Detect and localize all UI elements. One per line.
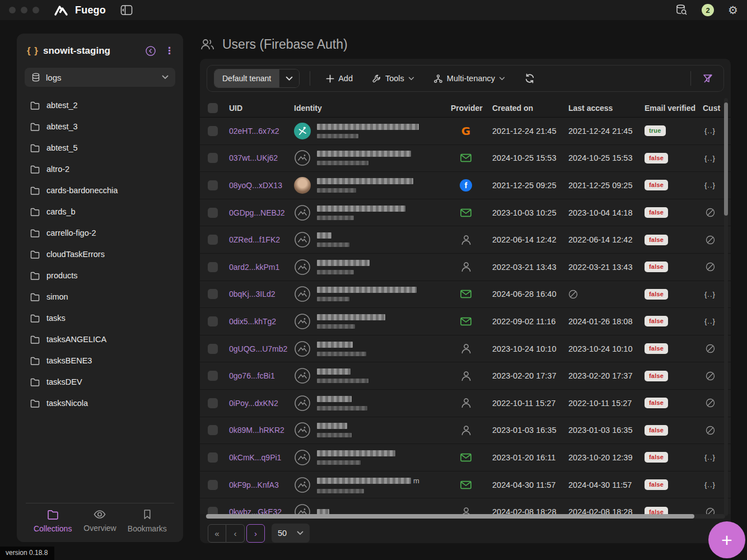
sidebar-collection-item[interactable]: cards-bardonecchia [17, 180, 183, 201]
sidebar-collection-item[interactable]: cloudTaskErrors [17, 244, 183, 265]
uid-cell[interactable]: 0dix5...khTg2 [229, 317, 294, 326]
tab-bookmarks[interactable]: Bookmarks [124, 509, 171, 533]
sidebar-collection-item[interactable]: tasksDEV [17, 371, 183, 393]
uid-cell[interactable]: 08yoQ...xDX13 [229, 181, 294, 190]
table-row[interactable]: 037wt...UKj62 2024-10-25 15:53 2024-10-2… [200, 145, 731, 172]
add-user-fab[interactable]: + [708, 521, 745, 558]
database-search-icon[interactable] [675, 4, 688, 16]
uid-cell[interactable]: 0bqKj...3ILd2 [229, 290, 294, 298]
table-row[interactable]: 02eHT...6x7x2 G 2021-12-24 21:45 2021-12… [200, 118, 731, 145]
horizontal-scrollbar[interactable] [206, 514, 725, 519]
column-header-custom-claims[interactable]: Cust [697, 104, 723, 113]
horizontal-scrollbar-thumb[interactable] [206, 514, 694, 519]
window-maximize-button[interactable] [32, 7, 39, 13]
avatar [294, 340, 311, 357]
column-header-uid[interactable]: UID [229, 104, 294, 113]
vertical-scrollbar-thumb[interactable] [724, 102, 728, 216]
uid-cell[interactable]: 0ZRed...f1FK2 [229, 235, 294, 244]
row-checkbox[interactable] [208, 153, 218, 163]
row-checkbox[interactable] [208, 208, 218, 218]
sidebar-collection-item[interactable]: carrello-figo-2 [17, 222, 183, 244]
column-header-email-verified[interactable]: Email verified [638, 104, 697, 113]
tenant-select[interactable]: Default tenant [214, 69, 300, 88]
multi-tenancy-button[interactable]: Multi-tenancy [428, 71, 511, 87]
add-button[interactable]: Add [320, 71, 358, 86]
collection-group-select[interactable]: logs [25, 68, 175, 87]
column-header-identity[interactable]: Identity [294, 104, 446, 113]
row-checkbox[interactable] [208, 452, 218, 463]
uid-cell[interactable]: 0gUQG...U7mb2 [229, 344, 294, 353]
collection-name: cards-bardonecchia [46, 186, 118, 195]
sidebar-collection-item[interactable]: simon [17, 286, 183, 307]
previous-page-button[interactable]: ‹ [226, 524, 245, 543]
table-row[interactable]: 0k89M...hRKR2 2023-01-03 16:35 2023-01-0… [200, 417, 731, 445]
select-all-checkbox[interactable] [208, 103, 218, 113]
table-row[interactable]: 0dix5...khTg2 2022-09-02 11:16 2024-01-2… [200, 308, 731, 335]
table-row[interactable]: 0go76...fcBi1 2023-02-20 17:37 2023-02-2… [200, 362, 731, 390]
table-row[interactable]: 0gUQG...U7mb2 2023-10-24 10:10 2023-10-2… [200, 335, 731, 363]
row-checkbox[interactable] [208, 371, 218, 381]
redacted-name [317, 342, 353, 348]
row-checkbox[interactable] [208, 344, 218, 354]
next-page-button[interactable]: › [246, 524, 265, 543]
sidebar-collection-item[interactable]: cards_b [17, 201, 183, 222]
uid-cell[interactable]: 02eHT...6x7x2 [229, 127, 294, 136]
table-row[interactable]: 0kwbz...GkE32 2024-02-08 18:28 2024-02-0… [200, 498, 731, 514]
tools-button[interactable]: Tools [366, 71, 420, 87]
notification-badge[interactable]: 2 [702, 4, 714, 16]
row-checkbox[interactable] [208, 180, 218, 190]
back-circle-icon[interactable] [145, 45, 156, 57]
row-checkbox[interactable] [208, 235, 218, 245]
redacted-name [317, 478, 411, 484]
row-checkbox[interactable] [208, 398, 218, 408]
window-close-button[interactable] [9, 7, 16, 13]
sidebar-collection-item[interactable]: tasks [17, 307, 183, 329]
sidebar-collection-item[interactable]: tasksNicola [17, 393, 183, 414]
sidebar-collection-item[interactable]: abtest_3 [17, 116, 183, 137]
table-row[interactable]: 0kCmK...q9Pi1 2023-01-20 16:11 2023-10-2… [200, 444, 731, 472]
uid-cell[interactable]: 0kwbz...GkE32 [229, 507, 294, 514]
row-checkbox[interactable] [208, 262, 218, 272]
uid-cell[interactable]: 0kF9p...KnfA3 [229, 480, 294, 489]
sidebar-collection-item[interactable]: abtest_5 [17, 137, 183, 158]
row-checkbox[interactable] [208, 289, 218, 299]
table-row[interactable]: 0GDpg...NEBJ2 2023-10-03 10:25 2023-10-0… [200, 199, 731, 227]
column-header-provider[interactable]: Provider [446, 104, 485, 113]
window-minimize-button[interactable] [21, 7, 27, 13]
uid-cell[interactable]: 0go76...fcBi1 [229, 371, 294, 380]
sidebar-collection-item[interactable]: altro-2 [17, 158, 183, 180]
sidebar-collection-item[interactable]: abtest_2 [17, 95, 183, 116]
project-menu-kebab-icon[interactable]: ⋮ [165, 45, 174, 57]
uid-cell[interactable]: 0iPoy...dxKN2 [229, 399, 294, 408]
uid-cell[interactable]: 0k89M...hRKR2 [229, 426, 294, 435]
first-page-button[interactable]: « [208, 524, 226, 543]
table-row[interactable]: 08yoQ...xDX13 f 2021-12-25 09:25 2021-12… [200, 172, 731, 199]
filter-off-icon[interactable] [699, 71, 717, 86]
tab-overview[interactable]: Overview [76, 510, 123, 533]
column-header-created-on[interactable]: Created on [485, 104, 562, 113]
row-checkbox[interactable] [208, 316, 218, 326]
vertical-scrollbar[interactable] [724, 98, 728, 516]
sidebar-collection-item[interactable]: products [17, 265, 183, 286]
page-size-select[interactable]: 50 [272, 524, 310, 543]
table-row[interactable]: 0bqKj...3ILd2 2024-06-28 16:40 false {..… [200, 281, 731, 309]
tab-collections[interactable]: Collections [29, 510, 76, 533]
table-row[interactable]: 0kF9p...KnfA3 m 2024-04-30 11:57 2024-04… [200, 472, 731, 499]
table-row[interactable]: 0ZRed...f1FK2 2022-06-14 12:42 2022-06-1… [200, 226, 731, 254]
settings-gear-icon[interactable]: ⚙ [728, 4, 738, 16]
uid-cell[interactable]: 0GDpg...NEBJ2 [229, 208, 294, 217]
table-row[interactable]: 0ard2...kkPm1 2022-03-21 13:43 2022-03-2… [200, 254, 731, 281]
row-checkbox[interactable] [208, 507, 218, 514]
uid-cell[interactable]: 037wt...UKj62 [229, 153, 294, 162]
table-row[interactable]: 0iPoy...dxKN2 2022-10-11 15:27 2022-10-1… [200, 390, 731, 417]
column-header-last-access[interactable]: Last access [562, 104, 638, 113]
row-checkbox[interactable] [208, 126, 218, 136]
sidebar-collapse-icon[interactable] [120, 4, 133, 16]
row-checkbox[interactable] [208, 425, 218, 435]
sidebar-collection-item[interactable]: tasksANGELICA [17, 329, 183, 350]
row-checkbox[interactable] [208, 480, 218, 490]
uid-cell[interactable]: 0ard2...kkPm1 [229, 263, 294, 272]
sidebar-collection-item[interactable]: tasksBENE3 [17, 350, 183, 371]
refresh-button[interactable] [519, 69, 541, 87]
uid-cell[interactable]: 0kCmK...q9Pi1 [229, 453, 294, 462]
